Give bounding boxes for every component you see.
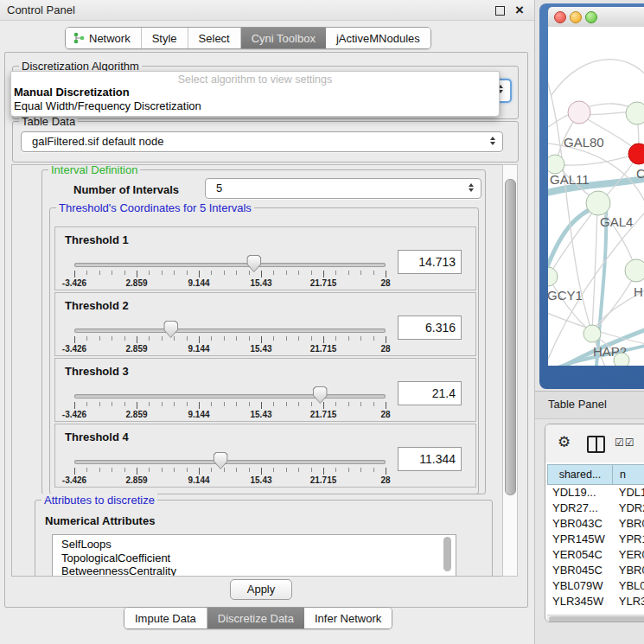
table-data-selected: galFiltered.sif default node (32, 135, 163, 148)
slider-tick-labels: -3.4262.8599.14415.4321.71528 (74, 475, 386, 486)
slider-track[interactable] (74, 460, 386, 464)
threshold-slider[interactable]: -3.4262.8599.14415.4321.71528 (74, 359, 386, 421)
menu-item[interactable]: Equal Width/Frequency Discretization (11, 99, 499, 113)
gear-icon[interactable]: ⚙ (558, 433, 571, 450)
tab-infer-network[interactable]: Infer Network (304, 608, 392, 628)
tab-discretize-data[interactable]: Discretize Data (207, 608, 304, 628)
tick-label: 2.859 (125, 410, 147, 419)
slider-track[interactable] (74, 328, 386, 333)
node-table: ⚙ ☑☑ shared... n YDL19...YDL1YDR27...YDR… (545, 424, 644, 622)
network-node-c[interactable] (628, 143, 644, 164)
cell-name: YER0 (612, 547, 644, 563)
node-label: GCY1 (548, 288, 583, 303)
algorithm-dropdown-menu: Select algorithm to view settings Manual… (10, 71, 500, 117)
settings-scrollbar-thumb[interactable] (505, 179, 516, 495)
numerical-attributes-list[interactable]: SelfLoopsTopologicalCoefficientBetweenne… (52, 534, 456, 577)
table-hscrollbar-thumb[interactable] (549, 616, 644, 622)
list-item[interactable]: TopologicalCoefficient (53, 552, 456, 565)
number-of-intervals-combobox[interactable]: 5 (205, 178, 481, 199)
cell-shared-name: YBR043C (547, 516, 612, 532)
table-row[interactable]: YER054CYER0 (547, 547, 644, 563)
slider-thumb-icon[interactable] (313, 386, 328, 404)
network-canvas[interactable]: GAL80GCGAL11GAL4GCY1HHAP2 (548, 27, 644, 366)
checkbox-icons[interactable]: ☑☑ (615, 437, 635, 449)
table-row[interactable]: YLR345WYLR3 (547, 594, 644, 609)
threshold-slider[interactable]: -3.4262.8599.14415.4321.71528 (74, 424, 386, 487)
slider-thumb-icon[interactable] (246, 255, 261, 272)
node-label: C (636, 166, 644, 181)
tick-label: 28 (380, 344, 390, 354)
network-node-gcy1[interactable] (548, 267, 558, 286)
slider-ticks (74, 271, 386, 278)
minimize-traffic-light-icon[interactable] (570, 11, 582, 23)
table-hscrollbar-track[interactable] (547, 615, 644, 622)
slider-ticks (74, 468, 386, 475)
table-row[interactable]: YBR043CYBR0 (547, 516, 644, 532)
tab-style[interactable]: Style (142, 28, 188, 48)
table-row[interactable]: YPR145WYPR1 (547, 532, 644, 547)
column-header-name[interactable]: n (613, 464, 644, 485)
apply-button[interactable]: Apply (230, 579, 292, 600)
list-item[interactable]: BetweennessCentrality (53, 564, 456, 577)
dropdown-hint: Select algorithm to view settings (11, 72, 499, 86)
threshold-value-field[interactable]: 6.316 (398, 316, 462, 340)
network-node-g[interactable] (626, 102, 644, 124)
tick-label: -3.426 (62, 344, 86, 354)
close-icon[interactable]: × (515, 1, 524, 19)
tick-label: 21.715 (310, 410, 337, 419)
network-node-gal11[interactable] (548, 155, 564, 174)
tab-label: Infer Network (315, 612, 381, 625)
column-header-shared-name[interactable]: shared... (547, 464, 613, 485)
cell-name: YBL0 (612, 578, 644, 594)
slider-thumb-icon[interactable] (163, 321, 178, 338)
dropdown-items: Manual DiscretizationEqual Width/Frequen… (11, 86, 499, 113)
table-row[interactable]: YDR27...YDR2 (547, 501, 644, 516)
threshold-value-field[interactable]: 11.344 (398, 447, 462, 471)
menu-item[interactable]: Manual Discretization (11, 86, 499, 99)
tab-cyni-toolbox[interactable]: Cyni Toolbox (241, 28, 326, 48)
tick-label: 28 (380, 410, 390, 419)
threshold-panel: Threshold 2 -3.4262.8599.14415.4321.7152… (54, 292, 476, 356)
slider-track[interactable] (74, 263, 386, 267)
tab-label: Discretize Data (218, 612, 294, 625)
list-item[interactable]: SelfLoops (53, 538, 456, 552)
table-row[interactable]: YIL052CYIL0 (547, 609, 644, 613)
tick-label: 21.715 (310, 278, 337, 288)
table-row[interactable]: YBL079WYBL0 (547, 578, 644, 594)
cell-shared-name: YBR045C (547, 563, 612, 578)
slider-ticks (74, 336, 386, 344)
zoom-traffic-light-icon[interactable] (585, 11, 597, 23)
tab-label: Network (89, 32, 131, 45)
tab-select[interactable]: Select (188, 28, 241, 48)
threshold-value-field[interactable]: 21.4 (398, 381, 462, 405)
table-row[interactable]: YBR045CYBR0 (547, 563, 644, 578)
network-node-gal4[interactable] (586, 191, 610, 215)
bottom-tab-bar: Impute DataDiscretize DataInfer Network (124, 607, 392, 629)
network-node-h[interactable] (625, 259, 644, 282)
tick-label: -3.426 (62, 278, 86, 288)
network-node-hap2[interactable] (583, 325, 601, 342)
table-data-combobox[interactable]: galFiltered.sif default node (21, 131, 503, 152)
columns-icon[interactable] (587, 436, 605, 453)
application-screen: Control Panel × NetworkStyleSelectCyni T… (0, 0, 644, 644)
slider-track[interactable] (74, 394, 386, 399)
table-row[interactable]: YDL19...YDL1 (547, 485, 644, 501)
close-traffic-light-icon[interactable] (554, 11, 566, 23)
float-window-icon[interactable] (495, 6, 505, 16)
threshold-value-field[interactable]: 14.713 (398, 250, 462, 274)
threshold-slider[interactable]: -3.4262.8599.14415.4321.71528 (74, 227, 386, 290)
slider-thumb-icon[interactable] (214, 452, 228, 469)
network-node-gal80[interactable] (568, 101, 590, 124)
tab-network[interactable]: Network (66, 28, 142, 48)
tab-jactivemnodules[interactable]: jActiveMNodules (326, 28, 430, 48)
threshold-slider[interactable]: -3.4262.8599.14415.4321.71528 (74, 293, 386, 355)
cell-name: YBR0 (612, 563, 644, 578)
control-panel-window: Control Panel × NetworkStyleSelectCyni T… (0, 0, 535, 644)
tick-label: 9.144 (188, 278, 209, 288)
tab-impute-data[interactable]: Impute Data (124, 608, 207, 628)
control-panel-titlebar: Control Panel × (0, 0, 534, 21)
network-node[interactable] (614, 353, 629, 366)
node-label: GAL4 (600, 214, 633, 229)
attributes-list-scrollbar[interactable] (443, 537, 451, 571)
node-label: GAL11 (550, 172, 590, 187)
